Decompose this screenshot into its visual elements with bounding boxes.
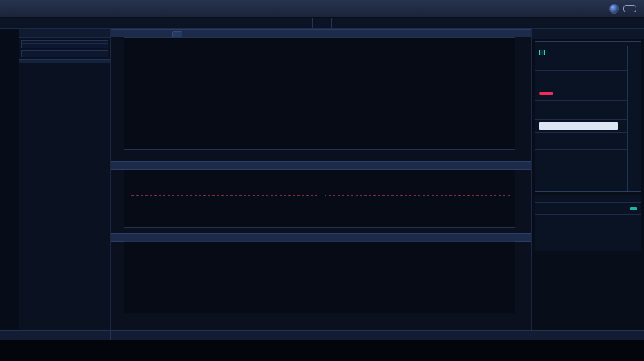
watchlist-note [22, 46, 108, 48]
window-pill-icon[interactable] [623, 5, 636, 12]
menubar-right [600, 4, 636, 14]
order-card-side-rail [627, 46, 641, 191]
menubar [0, 0, 644, 18]
order-card-body [535, 46, 641, 191]
order-row-spacer [535, 133, 627, 150]
order-row-check[interactable] [535, 46, 627, 59]
status-bar [0, 330, 644, 340]
transfers-x-axis [124, 315, 515, 322]
order-card-title-row [535, 42, 641, 46]
status-center [111, 331, 531, 340]
sidebar [19, 29, 111, 330]
sell-button[interactable] [539, 92, 553, 95]
memo-detail-row [535, 203, 641, 215]
teal-badge-icon[interactable] [630, 207, 637, 210]
order-row-commands [535, 101, 627, 120]
order-card-fields [535, 46, 627, 191]
status-right [531, 331, 644, 340]
summary-row-2 [19, 65, 110, 67]
checkbox-icon[interactable] [539, 50, 545, 55]
toolbar-center [312, 18, 332, 28]
order-row-spacer [535, 150, 627, 191]
order-row-sell [535, 86, 627, 101]
trades-subtitle-row [22, 54, 108, 57]
status-left [0, 331, 111, 340]
order-panel [531, 29, 644, 330]
efficiency-y-axis [112, 170, 122, 226]
efficiency-chart[interactable] [124, 170, 515, 228]
sidebar-header [19, 29, 110, 38]
order-row-terms [535, 59, 627, 71]
memo-card [535, 195, 641, 251]
ticker-rail [0, 29, 19, 330]
order-card-corner-icon[interactable] [629, 42, 641, 46]
memo-dash-row [535, 195, 641, 203]
dotted-leader [325, 195, 510, 196]
efficiency-panel-header [111, 161, 531, 170]
amount-input[interactable] [539, 122, 618, 130]
trades-card [21, 50, 108, 57]
memo-secondary-row [535, 215, 641, 224]
memo-footer [535, 246, 641, 251]
dotted-leader [131, 195, 317, 196]
globe-icon[interactable] [609, 4, 619, 14]
order-panel-tabs [532, 29, 644, 39]
order-row-input [535, 120, 627, 133]
toolbar [0, 18, 644, 29]
watchlist-card [21, 40, 108, 48]
price-levels [535, 255, 641, 259]
price-x-axis [124, 151, 515, 159]
transfers-y-axis [112, 241, 122, 312]
price-y-axis [112, 37, 122, 150]
risk-annotation-row [128, 195, 510, 197]
candlestick-chart[interactable] [124, 37, 515, 150]
price-panel-header [111, 29, 531, 37]
footer-strip [0, 340, 644, 361]
transfers-volume-chart[interactable] [124, 241, 515, 313]
order-card-title [535, 42, 629, 46]
order-card [535, 41, 641, 192]
main-chart-area [111, 29, 531, 330]
trading-terminal-app [0, 0, 644, 361]
order-row-spacer [535, 71, 627, 86]
levels-header [535, 255, 641, 259]
